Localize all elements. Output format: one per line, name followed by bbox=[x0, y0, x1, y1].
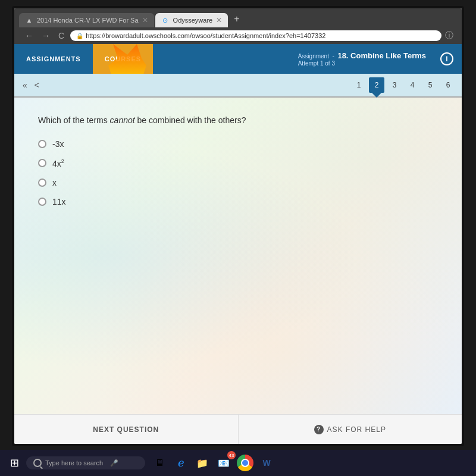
question-num-1[interactable]: 1 bbox=[351, 77, 367, 93]
radio-d[interactable] bbox=[38, 198, 46, 206]
taskbar-chrome-icon[interactable] bbox=[236, 453, 255, 472]
option-b[interactable]: 4x2 bbox=[38, 158, 438, 168]
assignment-sublabel: Assignment - 18. Combine Like Terms bbox=[298, 51, 426, 60]
question-text: Which of the terms cannot be combined wi… bbox=[38, 115, 438, 125]
question-num-6[interactable]: 6 bbox=[440, 77, 456, 93]
browser-info-button[interactable]: ⓘ bbox=[445, 30, 453, 41]
address-bar[interactable]: 🔒 https://browardadult.owschools.com/ows… bbox=[70, 30, 441, 41]
tab-odysseyware-label: Odysseyware bbox=[173, 17, 213, 24]
double-left-arrow[interactable]: « bbox=[20, 79, 30, 91]
answer-options: -3x 4x2 x 11x bbox=[38, 139, 438, 206]
assignments-label: ASSIGNMENTS bbox=[26, 55, 81, 62]
ask-for-help-button[interactable]: ? ASK FOR HELP bbox=[314, 425, 386, 434]
taskbar-mail-icon[interactable]: 📧 43 bbox=[214, 453, 233, 472]
nav-arrows: « < bbox=[20, 79, 42, 91]
taskbar-word-icon[interactable]: W bbox=[257, 453, 276, 472]
content-area: Which of the terms cannot be combined wi… bbox=[14, 98, 462, 414]
info-circle-button[interactable]: i bbox=[440, 52, 453, 65]
tab-odysseyware-close[interactable]: ✕ bbox=[216, 16, 222, 24]
app-header: ASSIGNMENTS COURSES Assignment - 18. Com… bbox=[14, 44, 462, 74]
car-tab-icon: ▲ bbox=[25, 16, 33, 24]
url-text: https://browardadult.owschools.com/owsoo… bbox=[86, 32, 325, 39]
option-d[interactable]: 11x bbox=[38, 197, 438, 206]
question-num-2[interactable]: 2 bbox=[369, 77, 384, 93]
bottom-bar: NEXT QUESTION ? ASK FOR HELP bbox=[14, 414, 462, 444]
question-numbers: 1 2 3 4 5 6 bbox=[351, 77, 456, 93]
taskbar: ⊞ Type here to search 🎤 🖥 ℯ 📁 📧 43 W bbox=[0, 450, 476, 476]
search-icon bbox=[33, 459, 42, 467]
new-tab-button[interactable]: + bbox=[229, 11, 244, 27]
forward-button[interactable]: → bbox=[39, 30, 52, 42]
search-placeholder: Type here to search bbox=[45, 459, 103, 466]
start-button[interactable]: ⊞ bbox=[5, 453, 24, 472]
option-b-label: 4x2 bbox=[52, 158, 64, 168]
chrome-app-icon bbox=[237, 455, 253, 471]
option-c[interactable]: x bbox=[38, 178, 438, 187]
assignment-title-area: Assignment - 18. Combine Like Terms Atte… bbox=[298, 51, 426, 67]
ask-for-help-label: ASK FOR HELP bbox=[327, 425, 386, 434]
option-a-label: -3x bbox=[52, 139, 64, 149]
lock-icon: 🔒 bbox=[76, 33, 83, 39]
radio-a[interactable] bbox=[38, 140, 46, 148]
radio-b[interactable] bbox=[38, 159, 46, 167]
left-arrow[interactable]: < bbox=[32, 79, 42, 91]
option-c-label: x bbox=[52, 178, 57, 187]
bottom-right-section: ? ASK FOR HELP bbox=[239, 415, 462, 444]
tab-odysseyware[interactable]: ⊙ Odysseyware ✕ bbox=[155, 13, 228, 27]
option-a[interactable]: -3x bbox=[38, 139, 438, 149]
refresh-button[interactable]: C bbox=[56, 30, 67, 42]
assignments-nav[interactable]: ASSIGNMENTS bbox=[14, 44, 93, 74]
tab-bar: ▲ 2014 Honda CR-V LX FWD For Sa ✕ ⊙ Odys… bbox=[19, 11, 457, 27]
radio-c[interactable] bbox=[38, 178, 46, 187]
option-d-label: 11x bbox=[52, 197, 66, 206]
tab-car-label: 2014 Honda CR-V LX FWD For Sa bbox=[37, 17, 139, 24]
browser-chrome: ▲ 2014 Honda CR-V LX FWD For Sa ✕ ⊙ Odys… bbox=[14, 8, 462, 44]
taskbar-apps: 🖥 ℯ 📁 📧 43 W bbox=[150, 453, 276, 472]
next-question-button[interactable]: NEXT QUESTION bbox=[93, 425, 159, 434]
taskbar-edge-icon[interactable]: ℯ bbox=[171, 453, 190, 472]
attempt-label: Attempt 1 of 3 bbox=[298, 60, 335, 67]
taskbar-folder-icon[interactable]: 📁 bbox=[193, 453, 212, 472]
taskbar-apps-icon[interactable]: 🖥 bbox=[150, 453, 169, 472]
question-num-5[interactable]: 5 bbox=[422, 77, 438, 93]
address-bar-row: ← → C 🔒 https://browardadult.owschools.c… bbox=[19, 27, 457, 44]
tab-car[interactable]: ▲ 2014 Honda CR-V LX FWD For Sa ✕ bbox=[19, 13, 154, 27]
mail-badge: 43 bbox=[227, 451, 236, 459]
question-nav-bar: « < 1 2 3 4 5 6 bbox=[14, 74, 462, 98]
windows-icon: ⊞ bbox=[10, 456, 19, 469]
tab-car-close[interactable]: ✕ bbox=[142, 16, 148, 24]
monitor: ▲ 2014 Honda CR-V LX FWD For Sa ✕ ⊙ Odys… bbox=[12, 6, 464, 446]
question-num-4[interactable]: 4 bbox=[405, 77, 420, 93]
mic-icon: 🎤 bbox=[110, 459, 118, 467]
odysseyware-tab-icon: ⊙ bbox=[161, 16, 170, 24]
taskbar-search-box[interactable]: Type here to search 🎤 bbox=[26, 456, 145, 469]
bottom-left-section: NEXT QUESTION bbox=[14, 415, 239, 444]
help-icon: ? bbox=[314, 425, 324, 434]
browser-window: ▲ 2014 Honda CR-V LX FWD For Sa ✕ ⊙ Odys… bbox=[14, 8, 462, 444]
question-num-3[interactable]: 3 bbox=[387, 77, 402, 93]
back-button[interactable]: ← bbox=[23, 30, 36, 42]
